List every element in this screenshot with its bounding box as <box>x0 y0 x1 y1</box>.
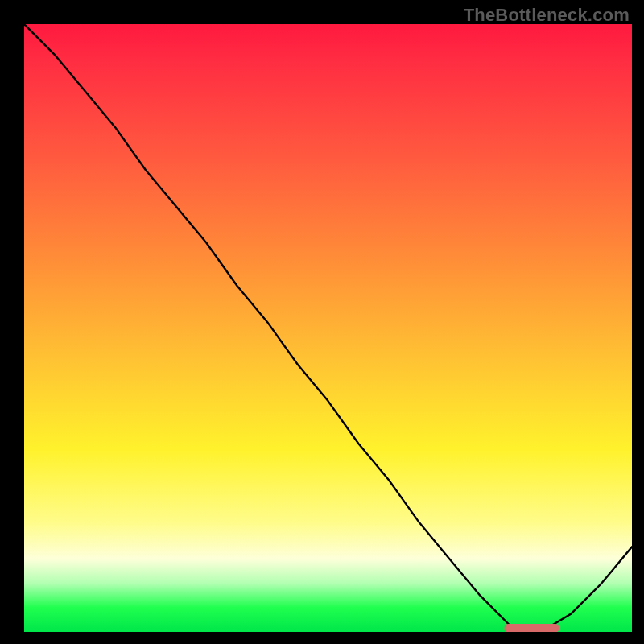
plot-area <box>24 24 632 632</box>
chart-svg <box>24 24 632 632</box>
bottleneck-curve-line <box>24 24 632 632</box>
chart-container: TheBottleneck.com <box>0 0 644 644</box>
watermark-text: TheBottleneck.com <box>464 5 630 26</box>
optimal-range-marker <box>505 624 559 632</box>
